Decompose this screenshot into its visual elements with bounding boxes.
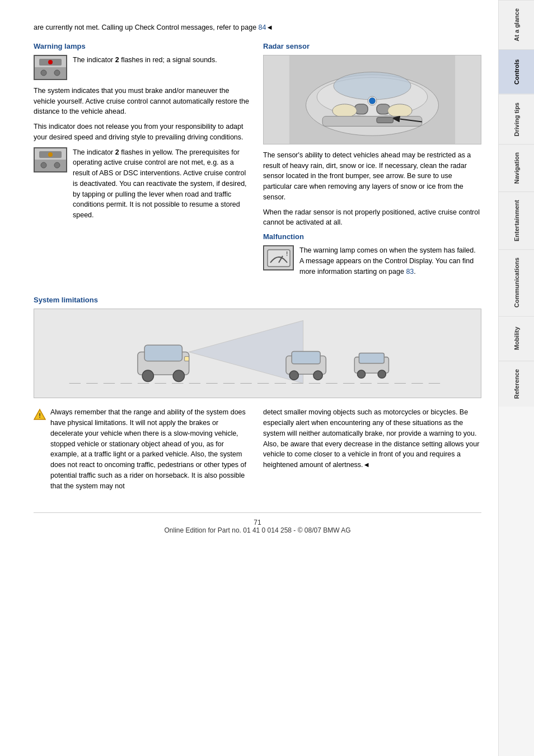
two-col-section: Warning lamps	[34, 42, 481, 287]
svg-rect-33	[144, 345, 182, 361]
svg-text:!: !	[39, 412, 41, 419]
svg-point-41	[313, 371, 322, 380]
svg-rect-39	[292, 352, 320, 364]
system-limitations-title: System limitations	[34, 296, 481, 304]
svg-rect-36	[185, 357, 189, 361]
sidebar-tab-mobility[interactable]: Mobility	[499, 316, 534, 361]
red-dash-icon-svg	[35, 56, 66, 79]
svg-point-45	[378, 370, 386, 378]
sidebar-tab-reference[interactable]: Reference	[499, 361, 534, 407]
red-indicator-icon	[34, 55, 67, 80]
radar-sensor-section: Radar sensor	[263, 42, 481, 287]
warning-lamps-title: Warning lamps	[34, 42, 252, 50]
radar-sensor-title: Radar sensor	[263, 42, 481, 50]
svg-text:!: !	[286, 251, 288, 257]
sidebar-tab-controls[interactable]: Controls	[499, 49, 534, 94]
bottom-two-col: ! Always remember that the range and abi…	[34, 407, 481, 496]
svg-rect-22	[322, 116, 422, 126]
warning-item-red-para2: This indicator does not release you from…	[34, 122, 252, 143]
malfunction-icon: !	[263, 245, 294, 270]
system-limitations-image	[34, 309, 481, 398]
sidebar-tab-communications[interactable]: Communications	[499, 249, 534, 315]
sidebar-tab-entertainment[interactable]: Entertainment	[499, 192, 534, 249]
page-ref-84[interactable]: 84	[259, 24, 266, 31]
page-ref-83[interactable]: 83	[406, 268, 414, 276]
radar-sensor-image	[263, 55, 481, 144]
svg-rect-25	[377, 117, 394, 123]
triangle-warning-icon: !	[34, 408, 46, 421]
page-number: 71	[254, 519, 261, 526]
right-sidebar: At a glance Controls Driving tips Naviga…	[498, 0, 534, 756]
svg-point-20	[332, 104, 357, 118]
malfunction-title: Malfunction	[263, 232, 481, 241]
intro-text: are currently not met. Calling up Check …	[34, 22, 481, 33]
intro-paragraph: are currently not met. Calling up Check …	[34, 22, 481, 33]
svg-point-5	[48, 60, 53, 64]
warning-item-yellow-text: The indicator 2 flashes in yellow. The p…	[73, 147, 252, 225]
svg-point-10	[54, 162, 60, 168]
svg-point-34	[142, 370, 153, 381]
sidebar-tab-navigation[interactable]: Navigation	[499, 144, 534, 192]
malfunction-svg: !	[265, 247, 293, 269]
yellow-indicator-icon	[34, 147, 67, 172]
svg-point-35	[173, 370, 184, 381]
footer-text: Online Edition for Part no. 01 41 0 014 …	[164, 526, 350, 534]
warning-item-red-para1: The system indicates that you must brake…	[34, 86, 252, 117]
sidebar-tab-driving-tips[interactable]: Driving tips	[499, 94, 534, 144]
system-warning-text-left: Always remember that the range and abili…	[50, 407, 252, 491]
malfunction-section: ! The warning lamp comes on when the sys…	[263, 245, 481, 281]
svg-point-21	[388, 104, 412, 118]
svg-point-15	[334, 72, 411, 99]
system-warning-text-right: detect smaller moving objects such as mo…	[263, 407, 481, 470]
svg-point-40	[289, 371, 298, 380]
warning-item-red: The indicator 2 flashes in red; a signal…	[34, 55, 252, 80]
svg-point-3	[41, 70, 46, 76]
svg-rect-7	[35, 160, 66, 171]
yellow-dash-icon-svg	[35, 148, 66, 171]
radar-para1: The sensor's ability to detect vehicles …	[263, 150, 481, 203]
system-diagram-svg	[34, 309, 481, 398]
car-front-svg	[264, 55, 481, 144]
svg-rect-43	[359, 353, 384, 363]
svg-point-19	[369, 97, 376, 104]
system-limitations-section: System limitations	[34, 296, 481, 496]
warning-lamps-section: Warning lamps	[34, 42, 252, 287]
svg-point-9	[41, 162, 46, 168]
malfunction-text: The warning lamp comes on when the syste…	[299, 245, 481, 277]
system-warning-right: detect smaller moving objects such as mo…	[263, 407, 481, 496]
warning-item-yellow: The indicator 2 flashes in yellow. The p…	[34, 147, 252, 225]
system-warning-left: ! Always remember that the range and abi…	[34, 407, 252, 496]
svg-rect-1	[35, 67, 66, 79]
main-content: are currently not met. Calling up Check …	[0, 0, 498, 756]
svg-point-44	[357, 370, 365, 378]
radar-para2: When the radar sensor is not properly po…	[263, 207, 481, 228]
warning-item-red-text: The indicator 2 flashes in red; a signal…	[73, 55, 217, 70]
svg-point-4	[54, 70, 60, 76]
warning-notice-left: ! Always remember that the range and abi…	[34, 407, 252, 496]
page-wrapper: are currently not met. Calling up Check …	[0, 0, 534, 756]
page-footer: 71 Online Edition for Part no. 01 41 0 0…	[34, 512, 481, 534]
sidebar-tab-at-a-glance[interactable]: At a glance	[499, 0, 534, 49]
svg-point-11	[48, 152, 53, 157]
